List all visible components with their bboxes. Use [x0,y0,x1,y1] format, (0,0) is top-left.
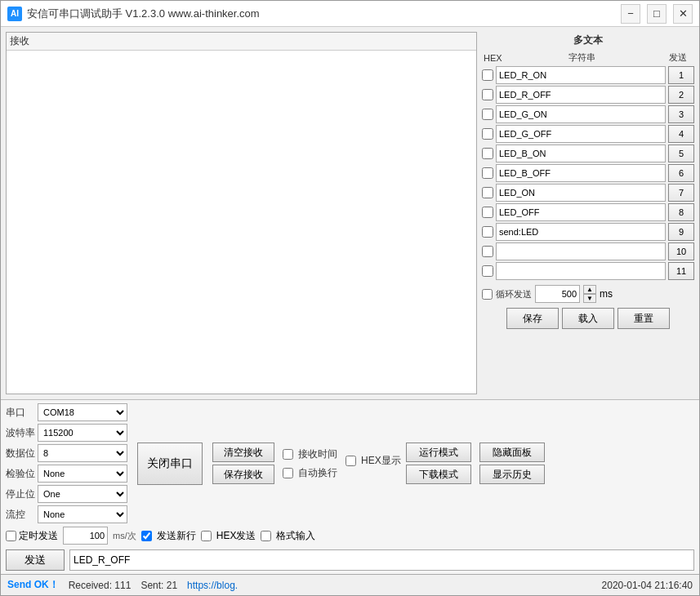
timed-send-checkbox[interactable] [6,531,16,541]
col-hex-label: HEX [484,53,500,63]
multi-row-checkbox-7[interactable] [482,187,493,198]
timed-unit-label: ms/次 [113,530,136,542]
multi-row-input-10[interactable] [496,242,666,260]
save-recv-button[interactable]: 保存接收 [212,465,274,484]
send-button[interactable]: 发送 [6,549,65,571]
multi-row: 6 [482,164,694,182]
multi-row-input-4[interactable] [496,125,666,143]
check-select[interactable]: None [38,465,127,483]
dl-mode-button[interactable]: 下载模式 [406,465,471,484]
show-history-button[interactable]: 显示历史 [479,465,545,484]
app-icon: AI [7,7,22,21]
clear-recv-button[interactable]: 清空接收 [212,443,274,462]
close-port-button[interactable]: 关闭串口 [137,443,203,485]
multi-row-send-btn-5[interactable]: 5 [668,145,694,162]
multi-row: 1 [482,66,694,84]
load-multi-btn[interactable]: 载入 [562,308,614,329]
stop-select[interactable]: One [38,485,127,503]
multi-row-send-btn-2[interactable]: 2 [668,86,694,104]
data-select[interactable]: 8 [38,444,127,462]
multi-row-checkbox-8[interactable] [482,207,493,218]
baud-select[interactable]: 115200 [38,424,127,442]
status-send-ok: Send OK！ [7,578,59,592]
multi-row-input-11[interactable] [496,262,666,280]
status-link[interactable]: https://blog. [187,580,238,591]
data-label: 数据位 [6,444,35,462]
multi-row-checkbox-1[interactable] [482,69,493,81]
loop-checkbox[interactable] [482,289,493,300]
multi-row: 10 [482,242,694,260]
hex-send-checkbox[interactable] [201,531,212,541]
multi-rows: 1234567891011 [482,66,694,280]
app-window: AI 安信可串口调试助手 V1.2.3.0 www.ai-thinker.com… [0,0,700,596]
mid-buttons: 清空接收 保存接收 [212,443,274,484]
port-select[interactable]: COM18 [38,403,127,421]
multi-row-checkbox-2[interactable] [482,89,493,100]
multi-row-input-2[interactable] [496,86,666,104]
format-input-checkbox[interactable] [261,531,271,541]
send-input[interactable] [69,549,694,571]
status-received: Received: 111 [69,580,132,591]
multi-row-checkbox-5[interactable] [482,148,493,159]
multi-row-input-6[interactable] [496,164,666,182]
ms-label: ms [600,288,613,300]
loop-spinner: ▲ ▼ [583,285,596,303]
multi-row-input-1[interactable] [496,66,666,84]
stop-label: 停止位 [6,485,35,503]
bottom-row2: 定时发送 ms/次 发送新行 HEX发送 格式输入 [6,527,694,545]
close-button[interactable]: ✕ [673,4,693,24]
multi-row: 5 [482,145,694,162]
hex-show-checkbox[interactable] [346,456,356,466]
spin-down-btn[interactable]: ▼ [583,294,596,303]
multi-row-checkbox-9[interactable] [482,226,493,238]
loop-interval-input[interactable] [535,285,580,303]
flow-select[interactable]: None [38,505,127,523]
maximize-button[interactable]: □ [647,4,667,24]
auto-wrap-checkbox[interactable] [283,468,293,478]
multi-row-checkbox-11[interactable] [482,265,493,277]
multi-row-send-btn-10[interactable]: 10 [668,242,694,260]
format-input-label: 格式输入 [276,529,315,543]
multi-row-send-btn-1[interactable]: 1 [668,66,694,84]
multi-row-input-5[interactable] [496,145,666,162]
reset-multi-btn[interactable]: 重置 [618,308,670,329]
recv-textarea[interactable] [7,51,476,394]
status-bar: Send OK！ Received: 111 Sent: 21 https://… [1,574,699,595]
multi-row: 9 [482,223,694,241]
recv-label: 接收 [7,33,476,51]
multi-row-send-btn-7[interactable]: 7 [668,184,694,202]
loop-row: 循环发送 ▲ ▼ ms [482,282,694,305]
multi-row-send-btn-6[interactable]: 6 [668,164,694,182]
multi-row-send-btn-3[interactable]: 3 [668,105,694,123]
new-line-checkbox[interactable] [141,531,152,541]
config-grid: 串口 COM18 波特率 115200 数据位 8 检验位 None 停止位 [6,403,127,523]
spin-up-btn[interactable]: ▲ [583,285,596,294]
multi-row-checkbox-4[interactable] [482,128,493,140]
multi-row-send-btn-9[interactable]: 9 [668,223,694,241]
minimize-button[interactable]: − [621,4,640,24]
multi-row-input-7[interactable] [496,184,666,202]
multi-row-input-9[interactable] [496,223,666,241]
multi-row-checkbox-3[interactable] [482,109,493,120]
check-label: 检验位 [6,465,35,483]
window-controls: − □ ✕ [621,4,693,24]
multi-row-send-btn-4[interactable]: 4 [668,125,694,143]
timed-interval-input[interactable] [63,527,108,545]
run-mode-button[interactable]: 运行模式 [406,443,471,462]
multi-row-send-btn-11[interactable]: 11 [668,262,694,280]
recv-time-checkbox[interactable] [283,449,293,460]
status-sent: Sent: 21 [140,580,177,591]
multi-panel: 多文本 HEX 字符串 发送 1234567891011 循环发送 ▲ ▼ ms [482,32,694,394]
multi-row-checkbox-10[interactable] [482,246,493,257]
multi-row-input-8[interactable] [496,203,666,221]
recv-panel: 接收 [6,32,477,394]
save-multi-btn[interactable]: 保存 [506,308,559,329]
multi-row-send-btn-8[interactable]: 8 [668,203,694,221]
hide-panel-button[interactable]: 隐藏面板 [479,443,545,462]
multi-row-input-3[interactable] [496,105,666,123]
multi-row: 3 [482,105,694,123]
app-title: 安信可串口调试助手 V1.2.3.0 www.ai-thinker.com [27,7,621,21]
multi-row: 8 [482,203,694,221]
multi-header: 多文本 [482,32,694,49]
multi-row-checkbox-6[interactable] [482,167,493,179]
